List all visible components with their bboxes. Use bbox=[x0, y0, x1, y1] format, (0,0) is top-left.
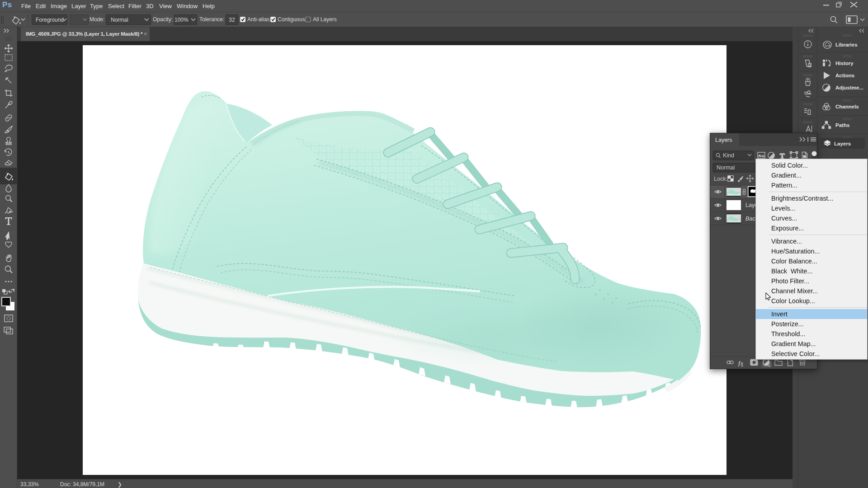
svg-text:fx: fx bbox=[738, 360, 743, 366]
svg-text:Lock:: Lock: bbox=[714, 176, 727, 182]
svg-text:Normal: Normal bbox=[717, 164, 735, 171]
svg-text:Kind: Kind bbox=[723, 152, 734, 159]
svg-text:Layers: Layers bbox=[715, 137, 732, 143]
